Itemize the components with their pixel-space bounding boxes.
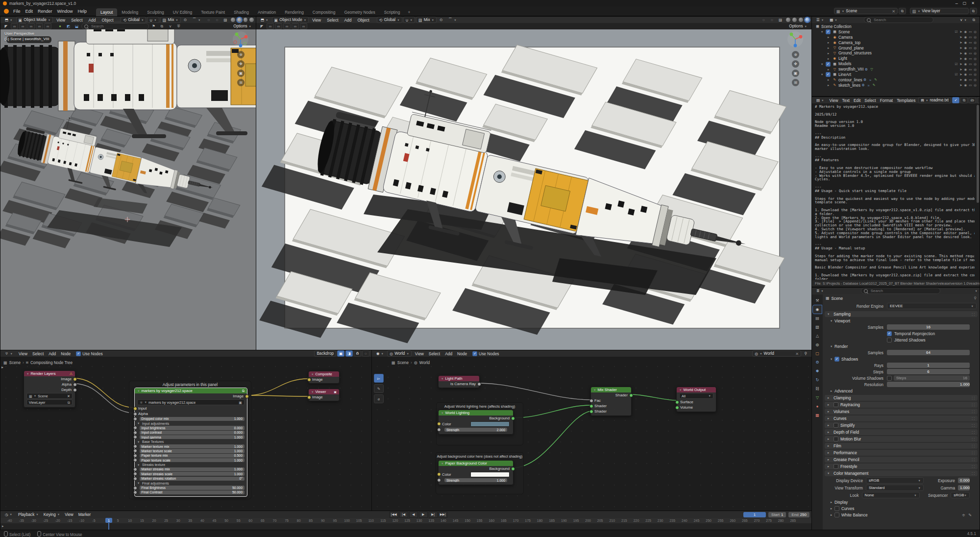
outliner-row-swordfish_viii[interactable]: ▸▽swordfish_VIII⚙▽➤ ◉ ▭ ◎	[813, 67, 979, 72]
frame-end-field[interactable]: End250	[788, 512, 809, 517]
select-subtract-icon[interactable]: ▭	[283, 23, 291, 29]
panel-grease-pencil[interactable]: ▸Grease Pencil⸬	[825, 457, 978, 463]
checkbox[interactable]	[833, 402, 838, 407]
text-copy-icon[interactable]: ⧉	[960, 97, 968, 103]
menu-file[interactable]: File	[11, 9, 23, 14]
row-restriction-icons[interactable]: ➤ ◉ ▭ ◎	[959, 83, 977, 87]
window-minimize-button[interactable]: –	[953, 1, 960, 6]
expand-arrow[interactable]: ▸	[828, 57, 832, 61]
select-difference-icon[interactable]: ▭	[300, 23, 307, 29]
shading-wireframe-icon[interactable]	[231, 18, 235, 22]
menu-render[interactable]: Render	[35, 9, 55, 14]
shader-type-dropdown[interactable]: ◍ World▼	[387, 350, 412, 357]
editor-type-icon[interactable]: ▤▼	[814, 97, 827, 103]
outliner-scope-icon[interactable]: ▦▼	[827, 17, 840, 23]
node-render-layers[interactable]: ▼Render Layers ⚠ Image Alpha Depth ▦▼Sce…	[24, 370, 75, 408]
properties-tab-world[interactable]: ◍	[813, 341, 822, 349]
xray-icon[interactable]: ▨	[777, 17, 784, 23]
row-restriction-icons[interactable]: ➤ ◉ ▭ ◎	[959, 46, 977, 50]
orientation-dropdown[interactable]: ⟲Global▼	[377, 17, 402, 23]
row-restriction-icons[interactable]: ➤ ◉ ▭ ◎	[959, 57, 977, 61]
navigation-gizmo[interactable]	[786, 30, 804, 49]
shading-rendered-icon[interactable]	[805, 18, 809, 22]
outliner[interactable]: ☰▼ ▦▼ ⋎▼ ⧉ ▦Scene Collection▾✓▦Scene☑ ➤ …	[811, 16, 980, 97]
render-engine-dropdown[interactable]: EEVEE▼	[887, 303, 977, 309]
snap-magnet-dropdown[interactable]: ∪▼	[403, 17, 415, 23]
timeline-menu-keying[interactable]: Keying▼	[41, 512, 63, 518]
group-param-marker-streaks-scale[interactable]: Marker streaks scale1.000	[135, 472, 247, 476]
outliner-row-scene[interactable]: ▾✓▦Scene☑ ➤ ◉ ▭ ◎	[813, 29, 979, 35]
compositor-menu-select[interactable]: Select	[30, 351, 46, 356]
cm-field-gamma[interactable]: 1.000	[958, 485, 970, 490]
backdrop-alpha-icon[interactable]: ◨	[345, 350, 353, 357]
layers-icon[interactable]: ⧉	[158, 23, 166, 29]
new-view-layer-button[interactable]: ⧉	[970, 8, 977, 14]
row-restriction-icons[interactable]: ➤ ◉ ▭ ◎	[959, 41, 977, 45]
move-view-icon[interactable]: ✥	[237, 60, 245, 68]
properties-tab-view-layer[interactable]: ▧	[813, 323, 822, 331]
checkbox[interactable]	[887, 376, 892, 381]
row-restriction-icons[interactable]: ☑ ➤ ◉ ▭ ◎	[955, 62, 977, 66]
param-slider[interactable]: Dropped color mix1.000	[140, 417, 245, 421]
text-menu-view[interactable]: View	[828, 98, 840, 103]
node-composite[interactable]: ▼Composite Image	[308, 371, 340, 384]
outliner-row-camera_top[interactable]: ▸◉Camera_top➤ ◉ ▭ ◎	[813, 40, 979, 46]
expand-arrow[interactable]: ▸	[828, 78, 832, 82]
bookmark-icon[interactable]: ⚑	[150, 23, 157, 29]
prop-value-field[interactable]: 16	[887, 324, 970, 330]
properties-tab-scene[interactable]: △	[813, 332, 822, 340]
text-menu-select[interactable]: Select	[862, 98, 878, 103]
new-scene-button[interactable]: ⧉	[899, 8, 906, 14]
panel-sampling[interactable]: ▾Sampling⸬	[825, 311, 978, 317]
mode-dropdown[interactable]: ▣Object Mode▼	[272, 17, 309, 23]
text-saved-shield-icon[interactable]: ✓	[952, 97, 959, 103]
tab-texture-paint[interactable]: Texture Paint	[196, 8, 229, 16]
text-open-folder-icon[interactable]: 🗁	[969, 97, 976, 103]
properties-editor[interactable]: ≣▼ ▼ ⚒◉▤▧△◍▢⚙✱↻⛓▽●▩ ▦ Scene ⚲ Render Eng…	[811, 287, 980, 530]
group-section-final-adjustments[interactable]: ▾Final adjustments	[135, 481, 247, 485]
tab-rendering[interactable]: Rendering	[280, 8, 308, 16]
tool-select-box-icon[interactable]: ▻	[374, 374, 384, 383]
pin-icon[interactable]: ⚲	[802, 350, 809, 357]
shading-solid-icon[interactable]	[792, 18, 797, 22]
pin-icon[interactable]: ⚲	[974, 296, 977, 300]
properties-tab-particles[interactable]: ✱	[813, 367, 822, 375]
text-datablock[interactable]: ▤▼ readme.txt	[918, 97, 951, 103]
play-button[interactable]: ▶	[419, 512, 428, 518]
node-paper-background[interactable]: ▼Paper Background Color Background Color…	[438, 460, 514, 485]
window-close-button[interactable]: ✕	[969, 1, 977, 5]
tab-layout[interactable]: Layout	[96, 8, 117, 16]
properties-tab-texture[interactable]: ▩	[813, 411, 822, 419]
editor-type-icon[interactable]: ◷▼	[2, 512, 15, 518]
group-param-marker-texture-mix[interactable]: Marker texture mix1.000	[135, 444, 247, 448]
channel-expand-arrow[interactable]: ▸	[2, 524, 4, 528]
toggle-perspective-icon[interactable]: ⊞	[792, 79, 799, 86]
options-dropdown[interactable]: Options▼	[231, 23, 254, 29]
viewport-menu-select[interactable]: Select	[324, 18, 341, 23]
node-world-output[interactable]: ▼World Output All▼ Surface Volume	[676, 387, 716, 412]
outliner-row-lineart[interactable]: ▾✓▦LineArt☑ ➤ ◉ ▭ ◎	[813, 72, 979, 77]
checkbox-temporal-reprojection[interactable]: ✓	[887, 331, 892, 336]
text-menu-format[interactable]: Format	[878, 98, 895, 103]
row-restriction-icons[interactable]: ➤ ◉ ▭ ◎	[959, 35, 977, 39]
viewport-menu-select[interactable]: Select	[69, 18, 85, 23]
checkbox[interactable]	[833, 437, 838, 441]
group-param-input-brightness[interactable]: Input brightness0.000	[135, 426, 247, 430]
outliner-row-ground_structures[interactable]: ▸▽Ground_structures➤ ◉ ▭ ◎	[813, 50, 979, 56]
frame-start-field[interactable]: Start1	[768, 512, 786, 517]
mode-dropdown[interactable]: ▣Object Mode▼	[16, 17, 53, 23]
properties-tab-object-data[interactable]: ▽	[813, 393, 822, 402]
prop-value-field[interactable]: 6	[887, 369, 970, 374]
cm-sub-display[interactable]: ▸Display	[823, 499, 980, 505]
text-menu-templates[interactable]: Templates	[895, 98, 917, 103]
panel-performance[interactable]: ▸Performance⸬	[825, 450, 978, 456]
subpanel-advanced[interactable]: ▸Advanced	[823, 388, 980, 394]
expand-arrow[interactable]: ▸	[828, 46, 832, 50]
jump-to-start-button[interactable]: |◀◀	[390, 512, 398, 518]
viewport-menu-object[interactable]: Object	[355, 18, 371, 23]
panel-volumes[interactable]: ▸Volumes⸬	[825, 409, 978, 415]
text-menu-edit[interactable]: Edit	[852, 98, 862, 103]
cm-sub-white-balance[interactable]: ▸White Balance≑✎	[823, 512, 980, 518]
snapping-icon[interactable]: 🧲︎	[354, 350, 361, 357]
outliner-row-contour_lines[interactable]: ▸✎contour_lines⚙≈✎➤ ◉ ▭ ◎	[813, 77, 979, 83]
